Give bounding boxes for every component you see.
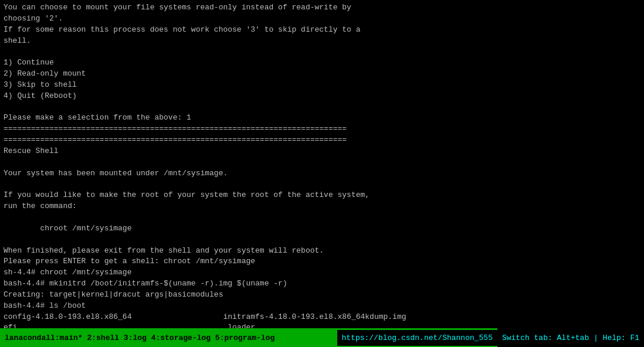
terminal-window[interactable]: You can choose to mount your file system… bbox=[0, 0, 644, 328]
statusbar-url: https://blog.csdn.net/Shannon_555 bbox=[337, 330, 497, 346]
terminal-content: You can choose to mount your file system… bbox=[4, 2, 640, 328]
statusbar-tabs[interactable]: lanacondall:main* 2:shell 3:log 4:storag… bbox=[0, 330, 279, 346]
status-bar: lanacondall:main* 2:shell 3:log 4:storag… bbox=[0, 328, 644, 347]
statusbar-help[interactable]: Switch tab: Alt+tab | Help: F1 bbox=[497, 328, 644, 347]
